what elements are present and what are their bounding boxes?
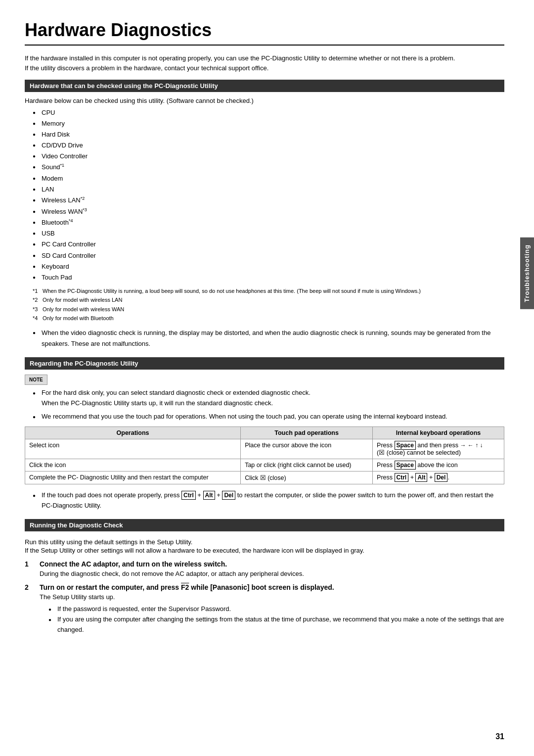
step-1: 1 Connect the AC adaptor, and turn on th… (25, 560, 504, 579)
list-item: SD Card Controller (33, 250, 504, 261)
table-cell-keyboard: Press Space above the icon (373, 459, 504, 472)
step-2-bullet: If the password is requested, enter the … (48, 604, 504, 614)
list-item: CD/DVD Drive (33, 140, 504, 151)
table-cell-touch: Click ☒ (close) (241, 472, 373, 484)
table-cell-op: Click the icon (25, 459, 241, 472)
table-header-ops: Operations (25, 427, 241, 439)
list-item: PC Card Controller (33, 239, 504, 250)
section2-content: NOTE For the hard disk only, you can sel… (25, 375, 504, 511)
list-item: CPU (33, 107, 504, 118)
table-cell-op: Complete the PC- Diagnostic Utility and … (25, 472, 241, 484)
ctrl-key-inline: Ctrl (181, 491, 196, 500)
extra-bullet-list: When the video diagnostic check is runni… (25, 328, 504, 349)
extra-bullet-item: When the video diagnostic check is runni… (33, 328, 504, 349)
step-1-num: 1 (25, 560, 29, 568)
step-1-heading: Connect the AC adaptor, and turn on the … (40, 560, 227, 568)
list-item: Keyboard (33, 261, 504, 272)
intro-line1: If the hardware installed in this comput… (25, 54, 455, 62)
note-bullet-item: We recommend that you use the touch pad … (33, 412, 504, 422)
note-bullet-list: For the hard disk only, you can select s… (25, 388, 504, 422)
note-bullet-item: For the hard disk only, you can select s… (33, 388, 504, 409)
table-row: Select icon Place the cursor above the i… (25, 439, 504, 459)
note-label: NOTE (25, 375, 47, 385)
list-item: Video Controller (33, 151, 504, 162)
section1-header: Hardware that can be checked using the P… (25, 80, 504, 92)
list-item: Wireless WAN*3 (33, 206, 504, 217)
list-item: Modem (33, 173, 504, 184)
after-table-bullets: If the touch pad does not operate proper… (25, 490, 504, 511)
step-1-sub: During the diagnostic check, do not remo… (40, 569, 504, 579)
footnotes: *1 When the PC-Diagnostic Utility is run… (33, 287, 504, 323)
list-item: Hard Disk (33, 129, 504, 140)
section1-intro: Hardware below can be checked using this… (25, 97, 504, 104)
section2-header: Regarding the PC-Diagnostic Utility (25, 357, 504, 370)
table-cell-touch: Place the cursor above the icon (241, 439, 373, 459)
intro-line2: If the utility discovers a problem in th… (25, 64, 268, 72)
space-key: Space (395, 441, 416, 450)
section3-content: Run this utility using the default setti… (25, 538, 504, 635)
table-row: Complete the PC- Diagnostic Utility and … (25, 472, 504, 484)
footnote-3: *3 Only for model with wireless WAN (33, 305, 504, 314)
table-cell-keyboard: Press Space and then press → ← ↑ ↓(☒ (cl… (373, 439, 504, 459)
step-2-heading: Turn on or restart the computer, and pre… (40, 583, 334, 591)
section3-intro1: Run this utility using the default setti… (25, 538, 504, 546)
ctrl-key: Ctrl (395, 473, 409, 482)
page-title: Hardware Diagnostics (25, 20, 504, 46)
step-2-sub: The Setup Utility starts up. (40, 592, 504, 602)
del-key-inline: Del (222, 491, 235, 500)
table-row: Click the icon Tap or click (right click… (25, 459, 504, 472)
list-item: Sound*1 (33, 162, 504, 173)
table-header-keyboard: Internal keyboard operations (373, 427, 504, 439)
section1-content: Hardware below can be checked using this… (25, 97, 504, 349)
table-cell-op: Select icon (25, 439, 241, 459)
footnote-2: *2 Only for model with wireless LAN (33, 296, 504, 304)
step-2-bullets: If the password is requested, enter the … (40, 604, 504, 635)
table-cell-touch: Tap or click (right click cannot be used… (241, 459, 373, 472)
alt-key-inline: Alt (203, 491, 215, 500)
list-item: Wireless LAN*2 (33, 195, 504, 206)
list-item: Memory (33, 118, 504, 129)
step-2-num: 2 (25, 583, 29, 591)
alt-key: Alt (415, 473, 427, 482)
list-item: Touch Pad (33, 272, 504, 283)
step-2: 2 Turn on or restart the computer, and p… (25, 583, 504, 635)
list-item: Bluetooth*4 (33, 217, 504, 228)
intro-block: If the hardware installed in this comput… (25, 53, 504, 73)
step-2-bullet: If you are using the computer after chan… (48, 614, 504, 635)
hardware-list: CPU Memory Hard Disk CD/DVD Drive Video … (25, 107, 504, 283)
sidebar-tab: Troubleshooting (520, 237, 534, 309)
del-key: Del (435, 473, 448, 482)
table-header-touch: Touch pad operations (241, 427, 373, 439)
page-number: 31 (495, 732, 504, 741)
table-cell-keyboard: Press Ctrl + Alt + Del. (373, 472, 504, 484)
operations-table: Operations Touch pad operations Internal… (25, 426, 504, 484)
space-key: Space (395, 461, 416, 470)
list-item: USB (33, 228, 504, 239)
section3-header: Running the Diagnostic Check (25, 519, 504, 531)
after-table-bullet-item: If the touch pad does not operate proper… (33, 490, 504, 511)
section3-intro2: If the Setup Utility or other settings w… (25, 547, 504, 554)
list-item: LAN (33, 184, 504, 195)
footnote-4: *4 Only for model with Bluetooth (33, 314, 504, 323)
footnote-1: *1 When the PC-Diagnostic Utility is run… (33, 287, 504, 295)
